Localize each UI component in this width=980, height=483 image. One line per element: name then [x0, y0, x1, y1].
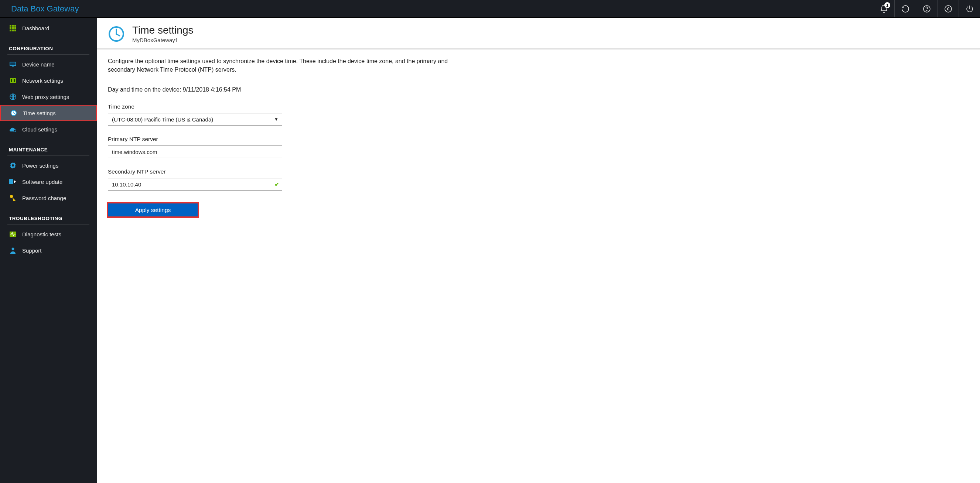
- dashboard-icon: [9, 24, 17, 32]
- timezone-select[interactable]: (UTC-08:00) Pacific Time (US & Canada): [108, 113, 282, 126]
- sidebar-item-label: Network settings: [22, 78, 63, 84]
- sidebar-section-troubleshooting: TROUBLESHOOTING: [0, 206, 97, 224]
- sidebar-item-label: Power settings: [22, 162, 58, 169]
- pulse-icon: [9, 230, 17, 238]
- svg-point-29: [116, 33, 117, 35]
- sidebar-divider: [7, 224, 89, 224]
- svg-rect-23: [9, 179, 13, 184]
- svg-rect-14: [12, 67, 14, 67]
- sidebar: Dashboard CONFIGURATION Device name Netw…: [0, 18, 97, 483]
- sidebar-item-label: Diagnostic tests: [22, 231, 61, 237]
- sidebar-item-label: Web proxy settings: [22, 94, 69, 100]
- svg-rect-17: [14, 79, 15, 82]
- network-icon: [9, 76, 17, 84]
- power-button[interactable]: [959, 0, 980, 17]
- field-secondary-ntp: Secondary NTP server ✔: [108, 168, 455, 191]
- svg-rect-8: [14, 27, 16, 29]
- page-title: Time settings: [132, 24, 193, 36]
- svg-rect-5: [14, 25, 16, 27]
- primary-ntp-label: Primary NTP server: [108, 136, 455, 143]
- svg-point-24: [10, 195, 13, 198]
- sidebar-divider: [7, 156, 89, 156]
- page-subtitle: MyDBoxGateway1: [132, 37, 193, 43]
- svg-rect-6: [10, 27, 11, 29]
- svg-rect-3: [10, 25, 11, 27]
- copyright-icon: [944, 5, 953, 13]
- device-time-label: Day and time on the device: 9/11/2018 4:…: [108, 86, 455, 93]
- svg-rect-13: [10, 62, 16, 65]
- copyright-button[interactable]: [937, 0, 959, 17]
- topbar-actions: 1: [873, 0, 980, 17]
- sidebar-section-maintenance: MAINTENANCE: [0, 137, 97, 156]
- sidebar-item-software-update[interactable]: Software update: [0, 173, 97, 190]
- sidebar-divider: [7, 54, 89, 55]
- svg-point-21: [14, 130, 16, 132]
- sidebar-item-web-proxy-settings[interactable]: Web proxy settings: [0, 89, 97, 105]
- sidebar-item-label: Password change: [22, 195, 66, 201]
- sidebar-item-network-settings[interactable]: Network settings: [0, 72, 97, 89]
- cloud-gear-icon: [9, 125, 17, 133]
- sidebar-item-label: Support: [22, 248, 42, 254]
- svg-rect-4: [12, 25, 14, 27]
- sidebar-item-dashboard[interactable]: Dashboard: [0, 20, 97, 36]
- sidebar-item-time-settings[interactable]: Time settings: [0, 105, 97, 121]
- refresh-icon: [901, 5, 910, 13]
- field-timezone: Time zone (UTC-08:00) Pacific Time (US &…: [108, 103, 455, 126]
- main-content: Time settings MyDBoxGateway1 Configure t…: [97, 18, 980, 483]
- sidebar-item-password-change[interactable]: Password change: [0, 190, 97, 206]
- svg-point-26: [12, 248, 14, 250]
- sidebar-item-cloud-settings[interactable]: Cloud settings: [0, 121, 97, 137]
- sidebar-item-support[interactable]: Support: [0, 242, 97, 259]
- sidebar-item-label: Cloud settings: [22, 126, 57, 133]
- sidebar-section-configuration: CONFIGURATION: [0, 36, 97, 54]
- apply-settings-button[interactable]: Apply settings: [108, 203, 198, 217]
- notifications-button[interactable]: 1: [873, 0, 894, 17]
- sidebar-item-label: Time settings: [23, 110, 56, 116]
- sidebar-item-label: Software update: [22, 179, 62, 185]
- sidebar-item-label: Device name: [22, 61, 55, 68]
- svg-rect-7: [12, 27, 14, 29]
- update-icon: [9, 178, 17, 186]
- sidebar-item-device-name[interactable]: Device name: [0, 56, 97, 72]
- main-body: Configure the optional time settings use…: [97, 49, 466, 232]
- power-icon: [965, 5, 974, 13]
- refresh-button[interactable]: [894, 0, 916, 17]
- clock-icon: [10, 109, 18, 117]
- help-icon: [923, 5, 931, 13]
- key-icon: [9, 194, 17, 202]
- timezone-label: Time zone: [108, 103, 455, 110]
- sidebar-item-diagnostic-tests[interactable]: Diagnostic tests: [0, 226, 97, 242]
- main-header: Time settings MyDBoxGateway1: [97, 18, 980, 49]
- top-bar: Data Box Gateway 1: [0, 0, 980, 18]
- notifications-badge: 1: [885, 2, 890, 8]
- svg-rect-15: [10, 78, 16, 83]
- person-icon: [9, 246, 17, 254]
- secondary-ntp-input[interactable]: [108, 178, 282, 191]
- primary-ntp-input[interactable]: [108, 146, 282, 158]
- field-primary-ntp: Primary NTP server: [108, 136, 455, 158]
- page-description: Configure the optional time settings use…: [108, 57, 455, 74]
- svg-rect-16: [11, 79, 12, 82]
- svg-rect-9: [10, 30, 11, 32]
- app-title: Data Box Gateway: [11, 4, 79, 14]
- svg-rect-11: [14, 30, 16, 32]
- gear-icon: [9, 161, 17, 170]
- sidebar-item-label: Dashboard: [22, 25, 49, 32]
- page-header-icon: [108, 25, 125, 43]
- help-button[interactable]: [916, 0, 937, 17]
- svg-point-1: [926, 10, 927, 11]
- svg-rect-10: [12, 30, 14, 32]
- svg-point-2: [945, 6, 951, 12]
- globe-icon: [9, 93, 17, 101]
- secondary-ntp-label: Secondary NTP server: [108, 168, 455, 175]
- svg-point-22: [12, 164, 14, 167]
- monitor-icon: [9, 60, 17, 68]
- sidebar-item-power-settings[interactable]: Power settings: [0, 157, 97, 173]
